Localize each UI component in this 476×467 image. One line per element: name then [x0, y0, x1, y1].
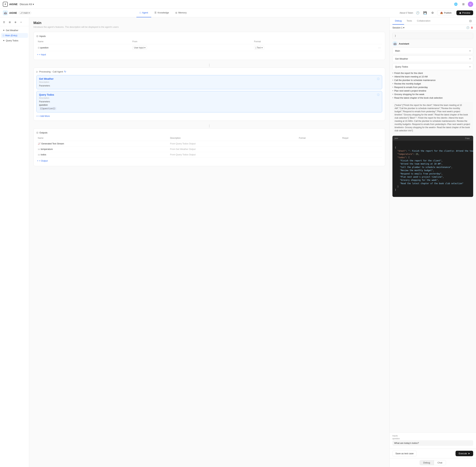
sidebar-add-node-icon[interactable]: ⊕: [13, 20, 18, 24]
list-item: Respond to emails from yesterday: [392, 86, 473, 89]
outputs-card: ⊡ Outputs Name Description Format Requir…: [33, 128, 385, 166]
grid-icon[interactable]: ⊞: [461, 1, 466, 7]
publish-button[interactable]: 📤 Publish: [437, 10, 455, 15]
get-weather-params-label: Parameters: [39, 84, 53, 87]
question-field-value[interactable]: What are today's todos?: [392, 440, 473, 446]
avatar[interactable]: U: [468, 1, 473, 7]
list-item: Read the latest chapter of the book club…: [392, 96, 473, 100]
sidebar-add-block-icon[interactable]: ⊞: [7, 20, 12, 24]
settings-icon[interactable]: ⚙: [430, 10, 435, 16]
get-weather-info-icon[interactable]: ⓘ: [377, 78, 380, 81]
chevron-icon: ▾: [33, 3, 34, 6]
globe-icon[interactable]: 🌐: [453, 1, 459, 7]
session-badge[interactable]: Session 1 ▾: [392, 26, 404, 29]
bullet-list: Finish the report for the client Attend …: [392, 71, 473, 102]
sidebar-item-main-entry[interactable]: □ Main (Entry): [1, 33, 28, 38]
rp-tab-tests[interactable]: Tests: [404, 17, 414, 25]
knowledge-tab-icon: ☰: [154, 11, 156, 14]
out-col-desc: Description: [168, 136, 297, 141]
tab-agent[interactable]: □ Agent: [136, 9, 151, 17]
sidebar-item-query-todos[interactable]: ✦ Query Todos: [1, 38, 28, 43]
save-test-button[interactable]: Save as test case: [392, 451, 417, 456]
center-panel: Main Introduce the agent's features. The…: [29, 17, 389, 467]
output-stream-desc: From Query Todos Output: [168, 141, 297, 146]
inputs-header: ⊡ Inputs: [36, 35, 382, 38]
main-layout: ☰ ⊞ ⊕ + ✦ Get Weather □ Main (Entry) ✦ Q…: [0, 17, 476, 467]
expand-panel-icon[interactable]: ⊡: [467, 18, 473, 24]
tab-knowledge[interactable]: ☰ Knowledge: [151, 9, 172, 17]
collapse-get-weather-header[interactable]: Get Weather ▾: [393, 56, 473, 62]
list-item: Call the plumber to schedule maintenance: [392, 78, 473, 82]
list-item: Grocery shopping for the week: [392, 93, 473, 96]
debug-tab-button[interactable]: Debug: [420, 460, 434, 465]
add-input-button[interactable]: + + Input: [36, 52, 47, 57]
bottom-actions: Save as test case Execute ➤: [390, 449, 476, 458]
add-input-icon: +: [37, 53, 38, 56]
branch-badge[interactable]: ⎇ main ▾: [18, 11, 31, 14]
col-format: Format: [253, 39, 343, 44]
rp-tab-debug[interactable]: Debug: [392, 17, 404, 25]
table-row: ⟨x⟩ todos From Query Todos Output: [36, 152, 382, 157]
topbar-right: 🌐 ⊞ U: [453, 1, 473, 7]
preview-button[interactable]: ◉ Preview: [456, 11, 473, 15]
json-content: { "$text": "- Finish the report for the …: [392, 141, 473, 197]
debug-chat-tabs: Debug Chat: [390, 458, 476, 467]
output-todos-icon: ⟨x⟩: [38, 154, 40, 156]
col-name: Name: [36, 39, 131, 44]
logo-area: A AIGNE: [3, 2, 18, 7]
copy-button[interactable]: Copy: [464, 137, 471, 140]
question-row-icon: ⊡: [38, 47, 39, 49]
sidebar-item-get-weather[interactable]: ✦ Get Weather: [1, 28, 28, 33]
format-select[interactable]: | Text ▾: [254, 46, 264, 50]
get-weather-card: Get Weather Description Parameters ⓘ: [36, 75, 382, 89]
rp-tab-right: ⊡: [467, 18, 473, 24]
code-preview: }: [392, 33, 473, 39]
get-weather-icon: ✦: [3, 29, 5, 32]
outputs-icon: ⊡: [36, 131, 38, 134]
collapse-get-weather: Get Weather ▾: [392, 55, 473, 62]
row-menu-button[interactable]: ⋯: [378, 46, 381, 50]
output-temp-desc: From Get Weather Output: [168, 146, 297, 152]
collapse-query-todos: Query Todos ▾: [392, 64, 473, 70]
add-output-button[interactable]: + + Output: [36, 158, 48, 163]
param-name: question: [39, 104, 48, 106]
agent-icon: 🤖: [3, 11, 8, 15]
sidebar-toolbar: ☰ ⊞ ⊕ +: [0, 19, 29, 26]
save-icon[interactable]: 💾: [422, 10, 428, 16]
history-icon[interactable]: 🕐: [415, 10, 421, 16]
add-more-button[interactable]: + + Add More: [36, 114, 50, 118]
collapse-main-header[interactable]: Main ▾: [393, 48, 473, 54]
agent-tab-icon: □: [140, 11, 141, 14]
processing-label: Processing - Call Agent: [39, 70, 63, 73]
delete-session-icon[interactable]: 🗑: [471, 26, 473, 29]
project-title[interactable]: Discuss Kit ▾: [20, 3, 34, 6]
branch-label: main: [23, 12, 28, 14]
nav-tabs: □ Agent ☰ Knowledge ◎ Memory: [136, 9, 190, 17]
chat-tab-button[interactable]: Chat: [434, 460, 446, 465]
inputs-bottom-section: Inputs question What are today's todos?: [390, 432, 476, 449]
col-from: From: [131, 39, 253, 44]
query-todos-params-label: Parameters: [39, 100, 377, 103]
sidebar-more-icon[interactable]: +: [19, 20, 23, 24]
assistant-message: 🤖 Assistant Main ▾ Get Weather ▾: [392, 41, 473, 197]
collapse-main-chevron: ▾: [469, 50, 471, 52]
tab-memory[interactable]: ◎ Memory: [172, 9, 190, 17]
list-item: Review the monthly budget: [392, 82, 473, 86]
rp-tab-collab[interactable]: Collaboration: [414, 17, 433, 25]
page-title: Main: [33, 21, 385, 25]
collapse-query-todos-header[interactable]: Query Todos ▾: [393, 64, 473, 70]
refresh-icon[interactable]: ↻: [64, 70, 66, 73]
query-todos-info-icon[interactable]: ⓘ: [377, 93, 380, 96]
secondbar: 🤖 AIGNE ⎇ main ▾ □ Agent ☰ Knowledge ◎ M…: [0, 9, 476, 17]
output-todos-desc: From Query Todos Output: [168, 152, 297, 157]
output-stream-icon: 📈: [38, 143, 41, 145]
main-entry-icon: □: [3, 34, 4, 37]
from-select[interactable]: User input ▾: [132, 46, 147, 50]
add-output-icon: +: [37, 160, 38, 162]
question-field-label: question: [392, 438, 473, 440]
history-sm-icon[interactable]: 🕐: [466, 26, 469, 29]
sidebar-collapse-icon[interactable]: ☰: [2, 20, 6, 24]
output-stream-name: Generated Text Stream: [41, 143, 64, 145]
agent-brand: 🤖 AIGNE: [3, 11, 17, 15]
execute-button[interactable]: Execute ➤: [455, 451, 473, 456]
